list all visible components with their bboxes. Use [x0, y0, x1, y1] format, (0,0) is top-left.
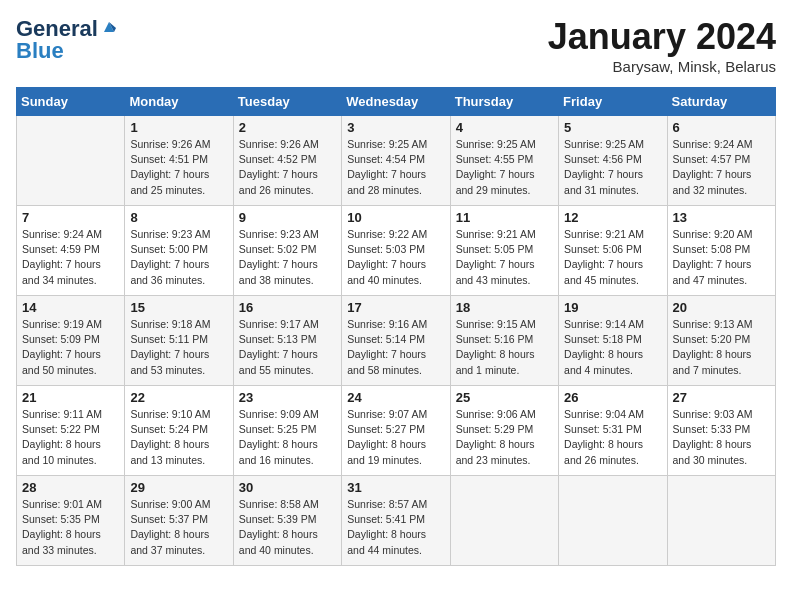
calendar-cell — [667, 476, 775, 566]
day-number: 29 — [130, 480, 227, 495]
calendar-cell: 6Sunrise: 9:24 AMSunset: 4:57 PMDaylight… — [667, 116, 775, 206]
day-number: 2 — [239, 120, 336, 135]
header-day-thursday: Thursday — [450, 88, 558, 116]
calendar-cell: 29Sunrise: 9:00 AMSunset: 5:37 PMDayligh… — [125, 476, 233, 566]
header-day-tuesday: Tuesday — [233, 88, 341, 116]
day-number: 7 — [22, 210, 119, 225]
calendar-cell: 16Sunrise: 9:17 AMSunset: 5:13 PMDayligh… — [233, 296, 341, 386]
calendar-cell: 10Sunrise: 9:22 AMSunset: 5:03 PMDayligh… — [342, 206, 450, 296]
day-number: 12 — [564, 210, 661, 225]
week-row-5: 28Sunrise: 9:01 AMSunset: 5:35 PMDayligh… — [17, 476, 776, 566]
day-info: Sunrise: 9:09 AMSunset: 5:25 PMDaylight:… — [239, 407, 336, 468]
week-row-1: 1Sunrise: 9:26 AMSunset: 4:51 PMDaylight… — [17, 116, 776, 206]
day-number: 18 — [456, 300, 553, 315]
calendar-cell: 20Sunrise: 9:13 AMSunset: 5:20 PMDayligh… — [667, 296, 775, 386]
calendar-cell: 2Sunrise: 9:26 AMSunset: 4:52 PMDaylight… — [233, 116, 341, 206]
day-number: 27 — [673, 390, 770, 405]
calendar-cell: 26Sunrise: 9:04 AMSunset: 5:31 PMDayligh… — [559, 386, 667, 476]
day-info: Sunrise: 9:24 AMSunset: 4:59 PMDaylight:… — [22, 227, 119, 288]
calendar-cell: 9Sunrise: 9:23 AMSunset: 5:02 PMDaylight… — [233, 206, 341, 296]
day-number: 25 — [456, 390, 553, 405]
day-info: Sunrise: 9:25 AMSunset: 4:56 PMDaylight:… — [564, 137, 661, 198]
day-info: Sunrise: 9:25 AMSunset: 4:54 PMDaylight:… — [347, 137, 444, 198]
day-number: 1 — [130, 120, 227, 135]
day-info: Sunrise: 9:10 AMSunset: 5:24 PMDaylight:… — [130, 407, 227, 468]
day-number: 31 — [347, 480, 444, 495]
title-area: January 2024 Barysaw, Minsk, Belarus — [548, 16, 776, 75]
calendar-cell: 22Sunrise: 9:10 AMSunset: 5:24 PMDayligh… — [125, 386, 233, 476]
calendar-cell — [559, 476, 667, 566]
day-number: 5 — [564, 120, 661, 135]
header-day-sunday: Sunday — [17, 88, 125, 116]
day-info: Sunrise: 9:13 AMSunset: 5:20 PMDaylight:… — [673, 317, 770, 378]
day-info: Sunrise: 9:23 AMSunset: 5:00 PMDaylight:… — [130, 227, 227, 288]
header-row: SundayMondayTuesdayWednesdayThursdayFrid… — [17, 88, 776, 116]
header-day-monday: Monday — [125, 88, 233, 116]
month-title: January 2024 — [548, 16, 776, 58]
day-number: 8 — [130, 210, 227, 225]
day-number: 13 — [673, 210, 770, 225]
day-info: Sunrise: 9:20 AMSunset: 5:08 PMDaylight:… — [673, 227, 770, 288]
calendar-cell: 28Sunrise: 9:01 AMSunset: 5:35 PMDayligh… — [17, 476, 125, 566]
calendar-cell: 23Sunrise: 9:09 AMSunset: 5:25 PMDayligh… — [233, 386, 341, 476]
calendar-cell: 7Sunrise: 9:24 AMSunset: 4:59 PMDaylight… — [17, 206, 125, 296]
day-info: Sunrise: 9:00 AMSunset: 5:37 PMDaylight:… — [130, 497, 227, 558]
day-info: Sunrise: 9:22 AMSunset: 5:03 PMDaylight:… — [347, 227, 444, 288]
day-info: Sunrise: 9:17 AMSunset: 5:13 PMDaylight:… — [239, 317, 336, 378]
calendar-cell — [17, 116, 125, 206]
calendar-cell — [450, 476, 558, 566]
calendar-cell: 1Sunrise: 9:26 AMSunset: 4:51 PMDaylight… — [125, 116, 233, 206]
day-number: 16 — [239, 300, 336, 315]
week-row-2: 7Sunrise: 9:24 AMSunset: 4:59 PMDaylight… — [17, 206, 776, 296]
day-info: Sunrise: 9:26 AMSunset: 4:52 PMDaylight:… — [239, 137, 336, 198]
day-info: Sunrise: 9:26 AMSunset: 4:51 PMDaylight:… — [130, 137, 227, 198]
day-number: 4 — [456, 120, 553, 135]
day-info: Sunrise: 9:21 AMSunset: 5:06 PMDaylight:… — [564, 227, 661, 288]
calendar-cell: 13Sunrise: 9:20 AMSunset: 5:08 PMDayligh… — [667, 206, 775, 296]
day-number: 15 — [130, 300, 227, 315]
logo-blue: Blue — [16, 38, 64, 64]
calendar-cell: 31Sunrise: 8:57 AMSunset: 5:41 PMDayligh… — [342, 476, 450, 566]
calendar-cell: 3Sunrise: 9:25 AMSunset: 4:54 PMDaylight… — [342, 116, 450, 206]
day-number: 3 — [347, 120, 444, 135]
calendar-cell: 14Sunrise: 9:19 AMSunset: 5:09 PMDayligh… — [17, 296, 125, 386]
day-number: 14 — [22, 300, 119, 315]
calendar-cell: 18Sunrise: 9:15 AMSunset: 5:16 PMDayligh… — [450, 296, 558, 386]
calendar-cell: 30Sunrise: 8:58 AMSunset: 5:39 PMDayligh… — [233, 476, 341, 566]
day-info: Sunrise: 9:21 AMSunset: 5:05 PMDaylight:… — [456, 227, 553, 288]
calendar-cell: 8Sunrise: 9:23 AMSunset: 5:00 PMDaylight… — [125, 206, 233, 296]
calendar-cell: 15Sunrise: 9:18 AMSunset: 5:11 PMDayligh… — [125, 296, 233, 386]
day-number: 30 — [239, 480, 336, 495]
day-info: Sunrise: 9:14 AMSunset: 5:18 PMDaylight:… — [564, 317, 661, 378]
day-number: 6 — [673, 120, 770, 135]
day-number: 26 — [564, 390, 661, 405]
day-info: Sunrise: 9:25 AMSunset: 4:55 PMDaylight:… — [456, 137, 553, 198]
day-number: 24 — [347, 390, 444, 405]
day-number: 22 — [130, 390, 227, 405]
day-info: Sunrise: 9:06 AMSunset: 5:29 PMDaylight:… — [456, 407, 553, 468]
calendar-cell: 19Sunrise: 9:14 AMSunset: 5:18 PMDayligh… — [559, 296, 667, 386]
day-info: Sunrise: 8:57 AMSunset: 5:41 PMDaylight:… — [347, 497, 444, 558]
calendar-cell: 25Sunrise: 9:06 AMSunset: 5:29 PMDayligh… — [450, 386, 558, 476]
header: General Blue January 2024 Barysaw, Minsk… — [16, 16, 776, 75]
header-day-saturday: Saturday — [667, 88, 775, 116]
day-info: Sunrise: 9:24 AMSunset: 4:57 PMDaylight:… — [673, 137, 770, 198]
day-info: Sunrise: 8:58 AMSunset: 5:39 PMDaylight:… — [239, 497, 336, 558]
logo: General Blue — [16, 16, 118, 64]
calendar-cell: 21Sunrise: 9:11 AMSunset: 5:22 PMDayligh… — [17, 386, 125, 476]
day-number: 19 — [564, 300, 661, 315]
day-info: Sunrise: 9:18 AMSunset: 5:11 PMDaylight:… — [130, 317, 227, 378]
calendar-cell: 24Sunrise: 9:07 AMSunset: 5:27 PMDayligh… — [342, 386, 450, 476]
day-number: 11 — [456, 210, 553, 225]
day-info: Sunrise: 9:01 AMSunset: 5:35 PMDaylight:… — [22, 497, 119, 558]
week-row-3: 14Sunrise: 9:19 AMSunset: 5:09 PMDayligh… — [17, 296, 776, 386]
day-number: 21 — [22, 390, 119, 405]
day-info: Sunrise: 9:04 AMSunset: 5:31 PMDaylight:… — [564, 407, 661, 468]
day-number: 28 — [22, 480, 119, 495]
day-number: 17 — [347, 300, 444, 315]
calendar-table: SundayMondayTuesdayWednesdayThursdayFrid… — [16, 87, 776, 566]
day-number: 23 — [239, 390, 336, 405]
day-info: Sunrise: 9:03 AMSunset: 5:33 PMDaylight:… — [673, 407, 770, 468]
calendar-cell: 5Sunrise: 9:25 AMSunset: 4:56 PMDaylight… — [559, 116, 667, 206]
day-info: Sunrise: 9:16 AMSunset: 5:14 PMDaylight:… — [347, 317, 444, 378]
